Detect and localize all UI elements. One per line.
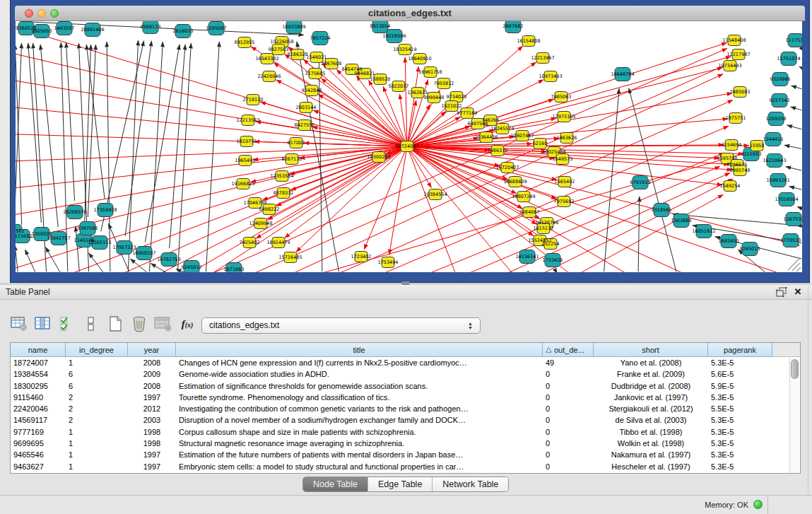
table-cell[interactable]: Investigating the contribution of common… <box>176 403 543 414</box>
table-cell[interactable]: 9463627 <box>11 461 66 472</box>
table-cell[interactable]: 9699695 <box>11 438 66 449</box>
table-cell[interactable]: 5.3E-5 <box>708 426 772 438</box>
table-cell[interactable]: 6 <box>66 380 128 392</box>
network-edge[interactable] <box>319 53 322 271</box>
network-edge[interactable] <box>787 125 802 129</box>
memory-status-indicator[interactable] <box>753 500 763 509</box>
network-edge[interactable] <box>66 42 75 201</box>
network-edge[interactable] <box>792 86 802 88</box>
column-header-pagerank[interactable]: pagerank <box>708 343 772 357</box>
network-edge[interactable] <box>16 104 401 146</box>
select-columns-icon[interactable] <box>34 315 52 333</box>
table-cell[interactable]: 5.5E-5 <box>708 403 772 414</box>
new-column-icon[interactable] <box>106 315 124 333</box>
table-cell[interactable]: 0 <box>543 426 594 438</box>
table-cell[interactable]: 0 <box>543 414 594 426</box>
table-cell[interactable]: Structural magnetic resonance image aver… <box>176 438 543 449</box>
table-cell[interactable]: Estimation of significance thresholds fo… <box>176 380 543 392</box>
table-cell[interactable]: 14569117 <box>11 414 66 426</box>
network-edge[interactable] <box>16 46 401 146</box>
network-edge[interactable] <box>638 197 640 271</box>
network-edge[interactable] <box>789 187 802 189</box>
table-cell[interactable]: 1 <box>66 461 128 472</box>
table-cell[interactable]: Nakamura et al. (1997) <box>594 449 708 460</box>
table-cell[interactable]: Estimation of the future numbers of pati… <box>176 449 543 460</box>
tab-network-table[interactable]: Network Table <box>433 477 508 491</box>
table-cell[interactable]: 9465546 <box>11 449 66 460</box>
table-cell[interactable]: 1 <box>66 449 128 460</box>
table-cell[interactable]: Stergiakouli et al. (2012) <box>594 403 708 414</box>
network-edge[interactable] <box>45 247 60 272</box>
network-edge[interactable] <box>405 57 407 141</box>
table-cell[interactable]: 0 <box>543 438 594 449</box>
network-edge[interactable] <box>145 45 180 242</box>
table-cell[interactable]: 5.3E-5 <box>708 392 772 403</box>
row-height-icon[interactable] <box>82 315 100 333</box>
table-cell[interactable]: 1998 <box>128 438 176 449</box>
table-cell[interactable]: 0 <box>543 368 594 380</box>
table-cell[interactable]: Yano et al. (2008) <box>594 357 708 368</box>
table-cell[interactable]: 5.6E-5 <box>708 368 772 380</box>
network-edge[interactable] <box>312 127 401 145</box>
table-row[interactable]: 946554611997Estimation of the future num… <box>11 449 800 460</box>
network-edge[interactable] <box>799 66 802 68</box>
table-cell[interactable]: Jankovic et al. (1997) <box>594 392 708 403</box>
table-cell[interactable]: 2008 <box>128 357 176 368</box>
table-cell[interactable]: 2 <box>66 403 128 414</box>
table-row[interactable]: 1872400712008Changes of HCN gene express… <box>11 357 800 368</box>
network-edge[interactable] <box>16 75 401 146</box>
table-cell[interactable]: Franke et al. (2009) <box>594 368 708 380</box>
table-cell[interactable]: 6 <box>66 368 128 380</box>
scrollbar-thumb[interactable] <box>791 359 799 379</box>
table-cell[interactable]: Tibbo et al. (1998) <box>594 426 708 438</box>
table-cell[interactable]: 2003 <box>128 414 176 426</box>
window-titlebar[interactable]: citations_edges.txt <box>15 6 805 21</box>
table-row[interactable]: 977716911998Corpus callosum shape and si… <box>11 426 800 438</box>
table-cell[interactable]: 9115460 <box>11 392 66 403</box>
table-cell[interactable]: Dudbridge et al. (2008) <box>594 380 708 392</box>
network-edge[interactable] <box>130 259 148 272</box>
column-header-in_degree[interactable]: in_degree <box>66 343 128 357</box>
table-cell[interactable]: 9777169 <box>11 426 66 438</box>
network-edge[interactable] <box>784 145 801 148</box>
column-header-name[interactable]: name <box>11 343 66 357</box>
network-edge[interactable] <box>296 151 403 252</box>
table-cell[interactable]: 1997 <box>128 461 176 472</box>
table-cell[interactable]: 5.3E-5 <box>708 414 772 426</box>
table-cell[interactable]: 0 <box>543 392 594 403</box>
table-cell[interactable]: 0 <box>543 449 594 460</box>
table-row[interactable]: 946362711997Embryonic stem cells: a mode… <box>11 461 800 472</box>
table-cell[interactable]: 2 <box>66 392 128 403</box>
node-attribute-table[interactable]: namein_degreeyeartitleout_de...shortpage… <box>10 342 801 474</box>
table-cell[interactable]: 5.9E-5 <box>708 380 772 392</box>
table-cell[interactable]: 1 <box>66 438 128 449</box>
table-cell[interactable]: 1 <box>66 357 128 368</box>
column-header-out_de[interactable]: out_de... <box>543 343 594 357</box>
table-row[interactable]: 1456911722003Disruption of a novel membe… <box>11 414 800 426</box>
table-cell[interactable]: 2009 <box>128 368 176 380</box>
network-edge[interactable] <box>786 167 802 170</box>
table-cell[interactable]: Hescheler et al. (1997) <box>594 461 708 472</box>
table-cell[interactable]: 5.3E-5 <box>708 461 772 472</box>
modify-table-icon[interactable] <box>10 315 28 333</box>
table-cell[interactable]: 0 <box>543 403 594 414</box>
network-edge[interactable] <box>128 40 138 271</box>
tab-node-table[interactable]: Node Table <box>303 477 368 491</box>
table-cell[interactable]: 5.3E-5 <box>708 438 772 449</box>
network-edge[interactable] <box>88 45 95 217</box>
table-cell[interactable]: Genome-wide association studies in ADHD. <box>176 368 543 380</box>
table-cell[interactable]: 5.3E-5 <box>708 449 772 460</box>
table-cell[interactable]: Changes of HCN gene expression and I(f) … <box>176 357 543 368</box>
table-cell[interactable]: 2008 <box>128 380 176 392</box>
table-cell[interactable]: Embryonic stem cells: a model to study s… <box>176 461 543 472</box>
network-edge[interactable] <box>16 21 401 145</box>
table-cell[interactable]: Corpus callosum shape and size in male p… <box>176 426 543 438</box>
table-cell[interactable]: 1998 <box>128 426 176 438</box>
network-edge[interactable] <box>16 133 401 146</box>
network-edge[interactable] <box>791 107 802 110</box>
table-cell[interactable]: Tourette syndrome. Phenomenology and cla… <box>176 392 543 403</box>
float-panel-icon[interactable] <box>776 287 787 297</box>
table-row[interactable]: 911546021997Tourette syndrome. Phenomeno… <box>11 392 800 403</box>
table-header-row[interactable]: namein_degreeyeartitleout_de...shortpage… <box>11 343 800 357</box>
network-canvas[interactable]: 2260520160505314935572089140695601232616… <box>16 21 802 272</box>
